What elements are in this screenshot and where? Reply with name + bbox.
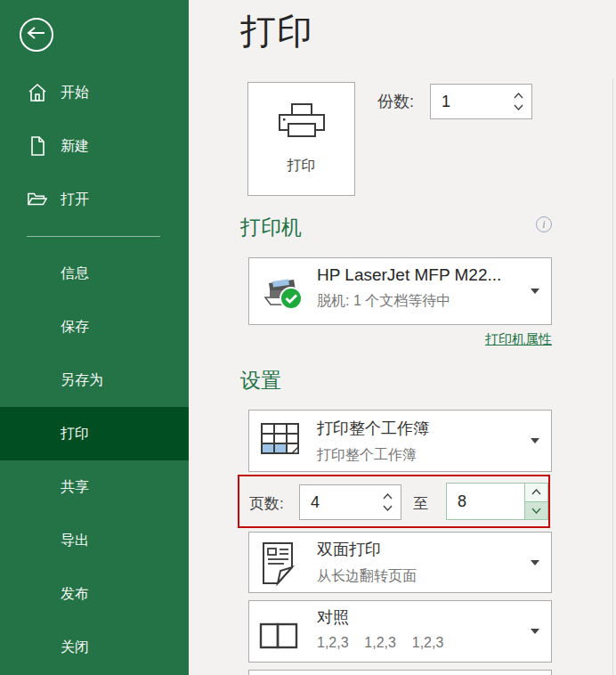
pages-label: 页数:	[249, 493, 284, 514]
duplex-dropdown[interactable]: 双面打印 从长边翻转页面	[248, 532, 552, 593]
next-dropdown-partial[interactable]	[248, 670, 552, 675]
sidebar-item-open[interactable]: 打开	[0, 173, 189, 226]
copies-label: 份数:	[377, 91, 414, 112]
duplex-primary: 双面打印	[317, 539, 381, 560]
sidebar-item-label: 打开	[61, 191, 89, 209]
duplex-page-icon	[259, 541, 300, 590]
sidebar-item-label: 新建	[61, 137, 89, 156]
sidebar-item-publish[interactable]: 发布	[0, 567, 189, 621]
duplex-secondary: 从长边翻转页面	[317, 567, 417, 586]
preview-pane-divider	[612, 78, 613, 675]
info-glyph: i	[542, 218, 545, 232]
settings-section-heading: 设置	[240, 367, 281, 394]
sidebar-item-share[interactable]: 共享	[0, 460, 189, 514]
print-button-label: 打印	[288, 157, 316, 175]
open-folder-icon	[28, 190, 47, 209]
sidebar-item-label: 另存为	[61, 371, 103, 390]
sidebar-divider	[27, 236, 160, 237]
printer-icon	[277, 103, 327, 148]
sidebar-item-label: 保存	[61, 318, 89, 337]
copies-value[interactable]: 1	[442, 93, 450, 111]
chevron-down-icon	[514, 104, 523, 110]
chevron-down-icon	[531, 629, 539, 634]
sidebar-item-close[interactable]: 关闭	[0, 621, 189, 674]
print-button[interactable]: 打印	[247, 82, 355, 196]
new-document-icon	[28, 136, 47, 156]
workbook-icon	[260, 422, 301, 465]
printer-device-icon	[262, 271, 306, 317]
chevron-down-icon	[531, 560, 539, 565]
sidebar-item-label: 共享	[61, 478, 89, 497]
chevron-up-icon	[531, 489, 541, 495]
sidebar-item-print[interactable]: 打印	[0, 407, 189, 460]
spin-down-button[interactable]	[525, 502, 547, 520]
sidebar-item-label: 打印	[61, 425, 89, 443]
pages-range-highlight: 页数: 4 至 8	[238, 475, 550, 528]
sidebar-item-label: 开始	[61, 84, 89, 102]
printer-status: 脱机: 1 个文档等待中	[317, 292, 450, 311]
pages-to-label: 至	[413, 493, 428, 514]
print-what-primary: 打印整个工作簿	[317, 418, 429, 439]
copies-spin-buttons[interactable]	[514, 85, 523, 118]
sidebar-item-export[interactable]: 导出	[0, 514, 189, 567]
pages-to-spin-buttons	[524, 484, 547, 519]
info-icon[interactable]: i	[536, 216, 552, 232]
printer-properties-link[interactable]: 打印机属性	[248, 331, 552, 348]
spin-up-button[interactable]	[525, 484, 547, 502]
printer-name: HP LaserJet MFP M22...	[317, 265, 501, 285]
chevron-down-icon	[531, 508, 541, 514]
sidebar-item-label: 导出	[61, 532, 89, 550]
pages-to-value[interactable]: 8	[458, 492, 466, 511]
sidebar-item-label: 关闭	[61, 638, 89, 657]
collation-secondary: 1,2,3 1,2,3 1,2,3	[317, 635, 443, 651]
sidebar-item-new[interactable]: 新建	[0, 119, 189, 173]
back-arrow-icon	[27, 26, 46, 44]
sidebar-item-home[interactable]: 开始	[0, 66, 189, 119]
page-title: 打印	[240, 7, 313, 56]
pages-to-spinner[interactable]: 8	[446, 483, 548, 520]
printer-select-dropdown[interactable]: HP LaserJet MFP M22... 脱机: 1 个文档等待中	[248, 257, 552, 325]
printer-section-heading: 打印机	[240, 214, 302, 241]
sidebar-item-label: 信息	[61, 264, 89, 283]
sidebar: 开始 新建 打开 信息 保存 另存为 打印	[0, 0, 189, 675]
print-what-secondary: 打印整个工作簿	[317, 446, 417, 465]
chevron-up-icon	[514, 93, 523, 99]
chevron-down-icon	[531, 438, 539, 443]
sidebar-item-info[interactable]: 信息	[0, 247, 189, 300]
collation-dropdown[interactable]: 对照 1,2,3 1,2,3 1,2,3	[248, 600, 552, 663]
chevron-up-icon	[383, 493, 393, 500]
sidebar-item-save-as[interactable]: 另存为	[0, 354, 189, 407]
pages-from-spin-buttons[interactable]	[383, 485, 393, 519]
chevron-down-icon	[531, 289, 539, 294]
sidebar-item-save[interactable]: 保存	[0, 300, 189, 354]
sidebar-item-label: 发布	[61, 585, 89, 604]
pages-from-value[interactable]: 4	[311, 493, 320, 512]
pages-from-spinner[interactable]: 4	[299, 484, 401, 520]
back-button[interactable]	[20, 18, 53, 52]
print-what-dropdown[interactable]: 打印整个工作簿 打印整个工作簿	[248, 410, 552, 472]
collation-primary: 对照	[317, 606, 349, 628]
print-backstage-view: 开始 新建 打开 信息 保存 另存为 打印	[0, 0, 616, 675]
chevron-down-icon	[383, 505, 393, 511]
copies-spinner[interactable]: 1	[430, 84, 532, 119]
collate-icon	[259, 622, 300, 653]
home-icon	[28, 83, 47, 102]
